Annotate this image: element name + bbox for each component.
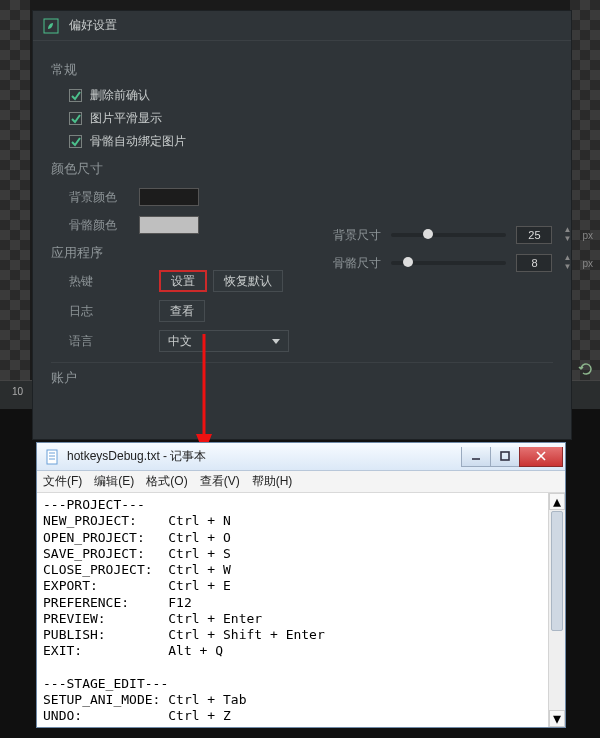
window-title: 偏好设置 — [69, 17, 117, 34]
notepad-text-area[interactable]: ---PROJECT--- NEW_PROJECT: Ctrl + N OPEN… — [37, 493, 548, 727]
stepper-bone-size[interactable]: ▲▼ — [562, 254, 572, 272]
menu-edit[interactable]: 编辑(E) — [94, 473, 134, 490]
menu-format[interactable]: 格式(O) — [146, 473, 187, 490]
checkbox-image-smooth[interactable] — [69, 112, 82, 125]
window-titlebar[interactable]: 偏好设置 — [33, 11, 571, 41]
chevron-down-icon — [272, 339, 280, 344]
canvas-checker-right — [570, 0, 600, 380]
notepad-menubar: 文件(F) 编辑(E) 格式(O) 查看(V) 帮助(H) — [37, 471, 565, 493]
close-button[interactable] — [519, 447, 563, 467]
checkbox-label: 骨骼自动绑定图片 — [90, 133, 186, 150]
label-hotkey: 热键 — [69, 273, 139, 290]
notepad-icon — [45, 449, 61, 465]
scrollbar-thumb[interactable] — [551, 511, 563, 631]
label-language: 语言 — [69, 333, 139, 350]
checkbox-bone-autobind[interactable] — [69, 135, 82, 148]
maximize-button[interactable] — [490, 447, 520, 467]
field-bone-size[interactable]: 8 — [516, 254, 552, 272]
scroll-up-icon[interactable]: ▴ — [549, 493, 565, 510]
slider-bg-size[interactable] — [391, 233, 506, 237]
menu-file[interactable]: 文件(F) — [43, 473, 82, 490]
vertical-scrollbar[interactable]: ▴ ▾ — [548, 493, 565, 727]
unit-px: px — [582, 230, 593, 241]
label-bone-size: 骨骼尺寸 — [333, 255, 381, 272]
swatch-bg-color[interactable] — [139, 188, 199, 206]
language-dropdown[interactable]: 中文 — [159, 330, 289, 352]
checkbox-label: 图片平滑显示 — [90, 110, 162, 127]
svg-rect-8 — [501, 452, 509, 460]
scroll-down-icon[interactable]: ▾ — [549, 710, 565, 727]
ruler-tick: 10 — [12, 386, 23, 397]
swatch-bone-color[interactable] — [139, 216, 199, 234]
log-view-button[interactable]: 查看 — [159, 300, 205, 322]
hotkey-restore-button[interactable]: 恢复默认 — [213, 270, 283, 292]
label-bg-size: 背景尺寸 — [333, 227, 381, 244]
notepad-titlebar[interactable]: hotkeysDebug.txt - 记事本 — [37, 443, 565, 471]
loop-icon[interactable] — [578, 361, 594, 379]
label-bone-color: 骨骼颜色 — [69, 217, 139, 234]
svg-rect-3 — [47, 450, 57, 464]
menu-help[interactable]: 帮助(H) — [252, 473, 293, 490]
checkbox-delete-confirm[interactable] — [69, 89, 82, 102]
section-color-size: 颜色尺寸 — [51, 160, 553, 178]
divider — [51, 362, 553, 363]
stepper-bg-size[interactable]: ▲▼ — [562, 226, 572, 244]
hotkey-settings-button[interactable]: 设置 — [159, 270, 207, 292]
preferences-window: 偏好设置 常规 删除前确认 图片平滑显示 骨骼自动绑定图片 颜色尺寸 背景颜色 … — [32, 10, 572, 440]
notepad-title: hotkeysDebug.txt - 记事本 — [67, 448, 206, 465]
checkbox-label: 删除前确认 — [90, 87, 150, 104]
canvas-checker-left — [0, 0, 30, 380]
unit-px: px — [582, 258, 593, 269]
field-bg-size[interactable]: 25 — [516, 226, 552, 244]
app-icon — [43, 18, 59, 34]
section-account: 账户 — [51, 369, 553, 387]
section-general: 常规 — [51, 61, 553, 79]
slider-bone-size[interactable] — [391, 261, 506, 265]
dropdown-value: 中文 — [168, 333, 192, 350]
menu-view[interactable]: 查看(V) — [200, 473, 240, 490]
label-log: 日志 — [69, 303, 139, 320]
notepad-window: hotkeysDebug.txt - 记事本 文件(F) 编辑(E) 格式(O)… — [36, 442, 566, 728]
label-bg-color: 背景颜色 — [69, 189, 139, 206]
minimize-button[interactable] — [461, 447, 491, 467]
